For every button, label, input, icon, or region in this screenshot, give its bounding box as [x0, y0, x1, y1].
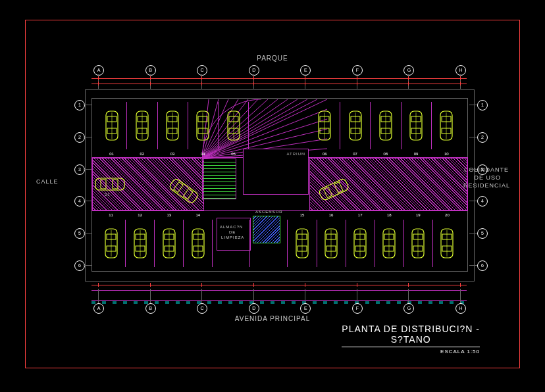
parking-bay: 08: [371, 102, 401, 149]
parking-bay: 11: [97, 220, 126, 267]
sidewalk: [91, 290, 467, 301]
park-num: 01: [109, 152, 114, 156]
park-num: 12: [138, 213, 142, 217]
label-avenida: AVENIDA PRINCIPAL: [235, 315, 310, 322]
label-ascensor: ASCENSOR: [255, 210, 283, 214]
grid-line-vertical: [357, 289, 357, 303]
parking-bay: 17: [346, 220, 375, 267]
dim-tick: [408, 283, 409, 287]
park-num: 18: [387, 213, 392, 217]
grid-bubble: E: [300, 303, 311, 314]
dim-tick: [253, 283, 254, 287]
park-num-21: 21: [105, 193, 111, 197]
car-icon: [105, 110, 119, 141]
parking-bay: 10: [432, 102, 461, 149]
dim-string-bottom-1: [91, 285, 467, 285]
parking-bay: 05: [219, 102, 249, 149]
drawing-frame: PARQUE CALLE COLINDANTE DE USO RESIDENCI…: [25, 20, 520, 368]
park-num: 20: [445, 213, 450, 217]
park-num: 17: [358, 213, 363, 217]
grid-line-horizontal: [84, 137, 91, 137]
dim-tick: [98, 76, 99, 80]
parking-bay: 16: [317, 220, 346, 267]
park-num: 08: [384, 152, 388, 156]
parking-bay: 20: [433, 220, 461, 267]
dim-tick: [357, 82, 357, 86]
grid-bubble: 1: [74, 100, 85, 110]
grid-line-horizontal: [469, 233, 477, 233]
parking-bay: 06: [310, 102, 340, 149]
parking-bay: 04: [188, 102, 219, 149]
park-num: 07: [353, 152, 357, 156]
dim-tick: [460, 283, 461, 287]
title-line2: S?TANO: [342, 334, 480, 345]
dim-tick: [201, 283, 202, 287]
parking-bay: 15: [288, 220, 317, 267]
parking-bay-empty: [213, 220, 250, 267]
grid-bubble: H: [455, 303, 466, 314]
car-icon: [439, 110, 454, 141]
grid-bubble: 6: [477, 260, 488, 271]
dim-tick: [150, 283, 151, 287]
car-icon: [440, 228, 454, 259]
grid-bubble: G: [403, 65, 414, 76]
car-icon-side: [94, 177, 126, 191]
grid-line-vertical: [460, 289, 461, 303]
grid-line-horizontal: [84, 169, 91, 170]
grid-bubble: 3: [74, 164, 85, 175]
title-line1: PLANTA DE DISTRIBUCI?N -: [342, 324, 480, 334]
park-num: 05: [231, 152, 236, 156]
dim-tick: [305, 82, 305, 86]
atrium-void: ATRIUM: [243, 149, 309, 195]
grid-bubble: F: [352, 65, 363, 76]
car-icon: [165, 110, 180, 141]
grid-line-vertical: [408, 289, 409, 303]
grid-bubble: 2: [477, 132, 488, 143]
park-num: 04: [201, 152, 205, 156]
stair-core: [202, 159, 236, 199]
label-colindante-2: DE USO: [474, 174, 501, 181]
floor-plan-canvas: PARQUE CALLE COLINDANTE DE USO RESIDENCI…: [26, 20, 519, 368]
parking-bay: 07: [340, 102, 371, 149]
grid-bubble: 5: [74, 228, 85, 239]
car-icon: [324, 228, 338, 259]
dim-tick: [357, 283, 357, 287]
grid-bubble: B: [145, 303, 156, 314]
dim-tick: [98, 283, 99, 287]
grid-bubble: D: [249, 65, 259, 76]
grid-bubble: 2: [74, 132, 85, 143]
label-calle: CALLE: [36, 178, 59, 185]
grid-bubble: A: [93, 303, 104, 314]
car-icon: [133, 228, 147, 259]
grid-bubble: 3: [477, 164, 488, 175]
car-icon: [348, 110, 363, 141]
park-num: 11: [109, 213, 113, 217]
car-icon: [191, 228, 205, 259]
dim-tick: [150, 82, 151, 86]
parking-bay: 13: [155, 220, 184, 267]
park-num: 03: [170, 152, 175, 156]
grid-bubble: F: [352, 303, 363, 314]
grid-line-horizontal: [469, 265, 477, 266]
car-icon: [378, 110, 393, 141]
car-icon: [353, 228, 367, 259]
car-icon: [409, 110, 423, 141]
grid-line-vertical: [253, 289, 254, 303]
park-num: 02: [140, 152, 145, 156]
parking-bay: 12: [126, 220, 155, 267]
grid-bubble: 5: [477, 228, 488, 239]
grid-line-vertical: [150, 289, 151, 303]
grid-bubble: E: [300, 65, 311, 76]
grid-line-horizontal: [84, 265, 91, 266]
dim-tick: [408, 82, 409, 86]
title-scale: ESCALA 1:50: [342, 349, 480, 355]
title-underline: [342, 347, 480, 347]
car-icon: [382, 228, 396, 259]
grid-line-horizontal: [469, 137, 477, 137]
park-num: 13: [167, 213, 171, 217]
grid-line-vertical: [201, 289, 202, 303]
dim-tick: [253, 82, 254, 86]
grid-bubble: 4: [477, 196, 488, 207]
grid-bubble: 4: [74, 196, 85, 207]
car-icon: [295, 228, 309, 259]
